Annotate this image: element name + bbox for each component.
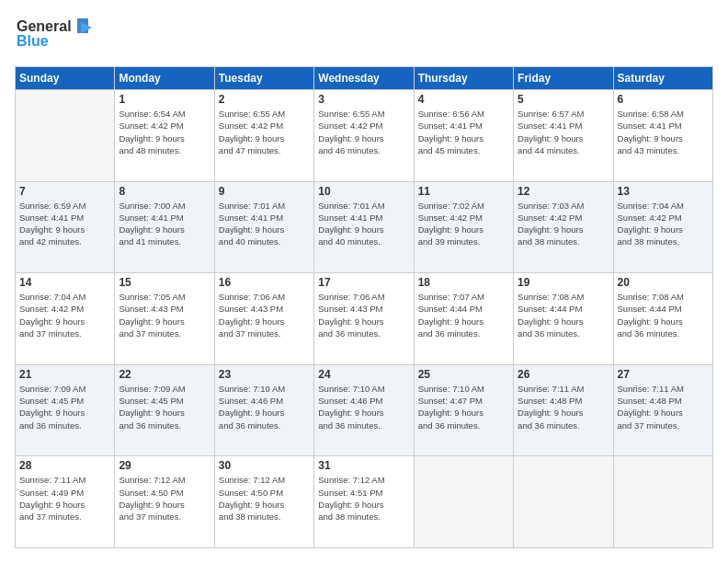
- day-number: 7: [19, 185, 110, 198]
- daylight-text2: and 44 minutes.: [518, 145, 580, 155]
- sunset-text: Sunset: 4:45 PM: [119, 396, 183, 406]
- daylight-text: Daylight: 9 hours: [119, 224, 184, 235]
- calendar-day-cell: 15Sunrise: 7:05 AMSunset: 4:43 PMDayligh…: [115, 273, 214, 365]
- daylight-text: Daylight: 9 hours: [518, 133, 583, 144]
- sunset-text: Sunset: 4:48 PM: [518, 396, 582, 406]
- calendar-day-cell: 28Sunrise: 7:11 AMSunset: 4:49 PMDayligh…: [16, 456, 115, 548]
- sunset-text: Sunset: 4:41 PM: [219, 213, 283, 223]
- day-info: Sunrise: 7:10 AMSunset: 4:46 PMDaylight:…: [219, 383, 310, 431]
- day-number: 2: [219, 93, 310, 106]
- daylight-text2: and 38 minutes.: [318, 511, 381, 522]
- calendar-day-cell: [16, 90, 115, 182]
- sunset-text: Sunset: 4:41 PM: [418, 121, 483, 131]
- daylight-text: Daylight: 9 hours: [219, 224, 284, 235]
- day-number: 3: [318, 93, 409, 106]
- calendar-day-cell: 19Sunrise: 7:08 AMSunset: 4:44 PMDayligh…: [514, 273, 613, 365]
- daylight-text: Daylight: 9 hours: [19, 224, 85, 235]
- sunset-text: Sunset: 4:43 PM: [119, 304, 183, 314]
- day-info: Sunrise: 7:10 AMSunset: 4:46 PMDaylight:…: [318, 383, 409, 431]
- sunset-text: Sunset: 4:46 PM: [219, 396, 283, 406]
- calendar-day-cell: 22Sunrise: 7:09 AMSunset: 4:45 PMDayligh…: [115, 364, 214, 456]
- daylight-text: Daylight: 9 hours: [518, 316, 583, 327]
- daylight-text: Daylight: 9 hours: [318, 316, 383, 327]
- day-info: Sunrise: 7:12 AMSunset: 4:50 PMDaylight:…: [219, 474, 310, 523]
- day-number: 16: [219, 276, 310, 289]
- sunset-text: Sunset: 4:42 PM: [19, 304, 84, 314]
- sunrise-text: Sunrise: 6:59 AM: [19, 201, 85, 211]
- day-info: Sunrise: 6:59 AMSunset: 4:41 PMDaylight:…: [19, 200, 110, 248]
- daylight-text: Daylight: 9 hours: [19, 408, 85, 418]
- day-number: 22: [119, 368, 210, 381]
- day-number: 12: [518, 185, 609, 198]
- calendar-week-row: 14Sunrise: 7:04 AMSunset: 4:42 PMDayligh…: [16, 273, 713, 365]
- daylight-text2: and 40 minutes.: [318, 236, 381, 247]
- day-number: 20: [618, 276, 709, 289]
- day-info: Sunrise: 7:11 AMSunset: 4:49 PMDaylight:…: [19, 474, 110, 523]
- calendar-day-cell: 6Sunrise: 6:58 AMSunset: 4:41 PMDaylight…: [613, 90, 712, 182]
- sunset-text: Sunset: 4:43 PM: [219, 304, 283, 314]
- sunrise-text: Sunrise: 6:56 AM: [418, 109, 484, 119]
- day-number: 6: [618, 93, 709, 106]
- sunrise-text: Sunrise: 6:54 AM: [119, 109, 185, 119]
- day-number: 23: [219, 368, 310, 381]
- daylight-text: Daylight: 9 hours: [618, 133, 683, 144]
- daylight-text2: and 36 minutes.: [418, 420, 481, 431]
- calendar-day-cell: [613, 456, 712, 548]
- sunset-text: Sunset: 4:45 PM: [19, 396, 84, 406]
- calendar-day-cell: 27Sunrise: 7:11 AMSunset: 4:48 PMDayligh…: [613, 364, 712, 456]
- sunset-text: Sunset: 4:42 PM: [518, 213, 582, 223]
- daylight-text2: and 43 minutes.: [618, 145, 680, 155]
- daylight-text2: and 40 minutes.: [219, 236, 281, 247]
- sunset-text: Sunset: 4:41 PM: [518, 121, 582, 131]
- day-number: 15: [119, 276, 210, 289]
- sunrise-text: Sunrise: 7:11 AM: [518, 384, 584, 394]
- day-info: Sunrise: 6:58 AMSunset: 4:41 PMDaylight:…: [618, 108, 709, 156]
- logo: General Blue: [15, 15, 97, 57]
- daylight-text2: and 36 minutes.: [318, 328, 381, 339]
- day-info: Sunrise: 7:08 AMSunset: 4:44 PMDaylight:…: [618, 291, 709, 339]
- calendar-week-row: 28Sunrise: 7:11 AMSunset: 4:49 PMDayligh…: [16, 456, 713, 548]
- calendar-day-cell: 2Sunrise: 6:55 AMSunset: 4:42 PMDaylight…: [214, 90, 313, 182]
- day-number: 25: [418, 368, 509, 381]
- daylight-text: Daylight: 9 hours: [119, 408, 184, 418]
- day-number: 28: [19, 459, 110, 472]
- day-info: Sunrise: 7:09 AMSunset: 4:45 PMDaylight:…: [119, 383, 210, 431]
- calendar-day-cell: 31Sunrise: 7:12 AMSunset: 4:51 PMDayligh…: [314, 456, 414, 548]
- sunrise-text: Sunrise: 7:08 AM: [518, 292, 584, 302]
- sunset-text: Sunset: 4:46 PM: [318, 396, 382, 406]
- calendar-day-cell: 21Sunrise: 7:09 AMSunset: 4:45 PMDayligh…: [16, 364, 115, 456]
- day-number: 21: [19, 368, 110, 381]
- daylight-text: Daylight: 9 hours: [518, 224, 583, 235]
- daylight-text: Daylight: 9 hours: [119, 500, 184, 510]
- daylight-text2: and 37 minutes.: [119, 511, 181, 522]
- calendar-day-cell: 20Sunrise: 7:08 AMSunset: 4:44 PMDayligh…: [613, 273, 712, 365]
- sunset-text: Sunset: 4:43 PM: [318, 304, 382, 314]
- sunrise-text: Sunrise: 7:10 AM: [219, 384, 285, 394]
- page: General Blue SundayMondayTuesdayWednesda…: [0, 0, 728, 563]
- day-info: Sunrise: 6:57 AMSunset: 4:41 PMDaylight:…: [518, 108, 609, 156]
- sunrise-text: Sunrise: 7:12 AM: [119, 475, 185, 485]
- sunrise-text: Sunrise: 7:09 AM: [19, 384, 85, 394]
- calendar-day-cell: 26Sunrise: 7:11 AMSunset: 4:48 PMDayligh…: [514, 364, 613, 456]
- daylight-text: Daylight: 9 hours: [219, 133, 284, 144]
- calendar-day-cell: 17Sunrise: 7:06 AMSunset: 4:43 PMDayligh…: [314, 273, 414, 365]
- sunrise-text: Sunrise: 7:01 AM: [219, 201, 285, 211]
- sunset-text: Sunset: 4:41 PM: [19, 213, 84, 223]
- daylight-text: Daylight: 9 hours: [219, 500, 284, 510]
- weekday-header: Tuesday: [214, 67, 313, 90]
- sunrise-text: Sunrise: 7:07 AM: [418, 292, 484, 302]
- calendar-day-cell: 3Sunrise: 6:55 AMSunset: 4:42 PMDaylight…: [314, 90, 414, 182]
- day-number: 4: [418, 93, 509, 106]
- daylight-text2: and 36 minutes.: [219, 420, 281, 431]
- weekday-header: Thursday: [414, 67, 513, 90]
- logo-svg: General Blue: [15, 15, 97, 55]
- sunrise-text: Sunrise: 7:08 AM: [618, 292, 684, 302]
- sunrise-text: Sunrise: 7:03 AM: [518, 201, 584, 211]
- day-number: 9: [219, 185, 310, 198]
- day-info: Sunrise: 7:12 AMSunset: 4:50 PMDaylight:…: [119, 474, 210, 523]
- sunset-text: Sunset: 4:50 PM: [119, 488, 183, 498]
- daylight-text2: and 38 minutes.: [518, 236, 580, 247]
- daylight-text: Daylight: 9 hours: [418, 316, 483, 327]
- daylight-text: Daylight: 9 hours: [19, 316, 85, 327]
- daylight-text2: and 48 minutes.: [119, 145, 181, 155]
